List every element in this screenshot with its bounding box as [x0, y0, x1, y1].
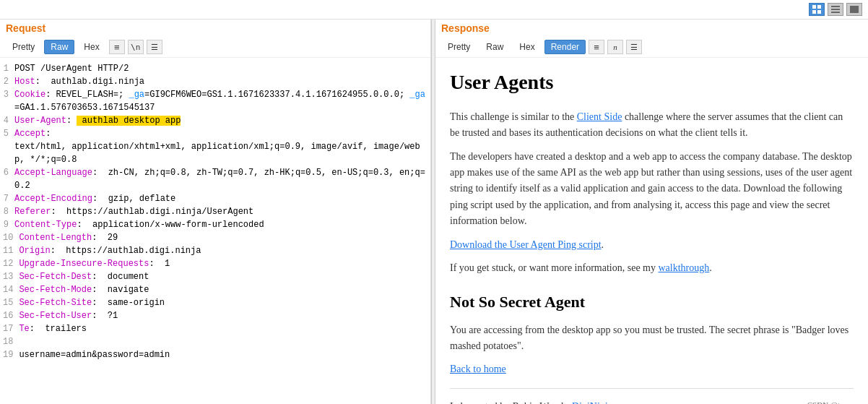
code-line-17: 17 Te: trailers — [0, 322, 430, 335]
code-line-6: 6 Accept-Language: zh-CN, zh;q=0.8, zh-T… — [0, 166, 430, 192]
response-paragraph-download: Download the User Agent Ping script. — [450, 237, 854, 253]
response-format-icon3[interactable]: ☰ — [626, 40, 642, 54]
code-line-5b: text/html, application/xhtml+xml, applic… — [0, 140, 430, 166]
layout-grid-button[interactable] — [809, 3, 825, 16]
response-format-bar: Pretty Raw Hex Render ≡ n ☰ — [435, 37, 868, 58]
response-heading-2: Not So Secret Agent — [450, 289, 854, 314]
svg-rect-0 — [812, 5, 816, 9]
response-hex-button[interactable]: Hex — [513, 40, 541, 54]
request-pretty-button[interactable]: Pretty — [6, 40, 41, 54]
code-line-7: 7 Accept-Encoding: gzip, deflate — [0, 192, 430, 205]
response-panel: Response Pretty Raw Hex Render ≡ n ☰ Use… — [435, 20, 868, 404]
svg-rect-7 — [850, 6, 859, 13]
code-line-14: 14 Sec-Fetch-Mode: navigate — [0, 283, 430, 296]
response-footer: Lab created by Robin Wood - DigiNinja CS… — [450, 399, 854, 404]
code-line-13: 13 Sec-Fetch-Dest: document — [0, 270, 430, 283]
code-line-12: 12 Upgrade-Insecure-Requests: 1 — [0, 257, 430, 270]
code-line-4: 4 User-Agent: authlab desktop app — [0, 114, 430, 127]
download-link[interactable]: Download the User Agent Ping script — [450, 239, 602, 250]
layout-single-button[interactable] — [846, 3, 862, 16]
response-paragraph-4: You are accessing from the desktop app s… — [450, 322, 854, 355]
response-format-icon1[interactable]: ≡ — [589, 40, 604, 54]
response-render-button[interactable]: Render — [544, 40, 586, 54]
request-panel: Request Pretty Raw Hex ≡ \n ☰ 1 POST /Us… — [0, 20, 431, 404]
toolbar-icon-group — [809, 3, 862, 16]
svg-rect-2 — [812, 10, 816, 14]
main-layout: Request Pretty Raw Hex ≡ \n ☰ 1 POST /Us… — [0, 20, 868, 404]
response-paragraph-2: The developers have created a desktop an… — [450, 149, 854, 230]
code-line-11: 11 Origin: https://authlab.digi.ninja — [0, 244, 430, 257]
code-line-15: 15 Sec-Fetch-Site: same-origin — [0, 296, 430, 309]
svg-rect-3 — [817, 10, 821, 14]
code-line-16: 16 Sec-Fetch-User: ?1 — [0, 309, 430, 322]
layout-list-button[interactable] — [828, 3, 843, 16]
svg-rect-6 — [831, 12, 840, 13]
response-raw-button[interactable]: Raw — [479, 40, 510, 54]
svg-rect-4 — [831, 6, 840, 7]
top-toolbar — [0, 0, 868, 20]
response-body: User Agents This challenge is similar to… — [435, 58, 868, 404]
response-divider — [450, 388, 854, 389]
code-line-8: 8 Referer: https://authlab.digi.ninja/Us… — [0, 205, 430, 218]
request-hex-button[interactable]: Hex — [77, 40, 105, 54]
client-side-link[interactable]: Client Side — [577, 111, 622, 122]
digi-ninja-link[interactable]: DigiNinja — [572, 401, 612, 404]
request-format-icon1[interactable]: ≡ — [109, 40, 125, 54]
code-line-10: 10 Content-Length: 29 — [0, 231, 430, 244]
request-body: 1 POST /UserAgent HTTP/2 2 Host: authlab… — [0, 58, 430, 404]
response-paragraph-3: If you get stuck, or want more informati… — [450, 260, 854, 276]
back-home-link[interactable]: Back to home — [450, 364, 506, 374]
response-paragraph-1: This challenge is similar to the Client … — [450, 109, 854, 142]
svg-rect-1 — [817, 5, 821, 9]
credit-text: CSDN @tpaer — [807, 399, 854, 404]
code-line-19: 19 username=admin&password=admin — [0, 348, 430, 361]
response-pretty-button[interactable]: Pretty — [441, 40, 477, 54]
request-raw-button[interactable]: Raw — [44, 40, 74, 54]
response-back-link-paragraph: Back to home — [450, 361, 854, 377]
response-format-icon2[interactable]: n — [607, 40, 623, 54]
code-line-3: 3 Cookie: REVEL_FLASH=; _ga=GI9CFM6WEO=G… — [0, 88, 430, 114]
walkthrough-link[interactable]: walkthrough — [658, 262, 709, 273]
request-panel-title: Request — [0, 20, 430, 37]
response-heading-1: User Agents — [450, 66, 854, 99]
code-line-9: 9 Content-Type: application/x-www-form-u… — [0, 218, 430, 231]
code-line-5: 5 Accept: — [0, 127, 430, 140]
code-line-1: 1 POST /UserAgent HTTP/2 — [0, 62, 430, 75]
request-format-bar: Pretty Raw Hex ≡ \n ☰ — [0, 37, 430, 58]
request-format-icon3[interactable]: ☰ — [147, 40, 162, 54]
response-panel-title: Response — [435, 20, 868, 37]
request-format-icon2[interactable]: \n — [128, 40, 144, 54]
svg-rect-5 — [831, 9, 840, 10]
code-line-18: 18 — [0, 335, 430, 348]
code-line-2: 2 Host: authlab.digi.ninja — [0, 75, 430, 88]
